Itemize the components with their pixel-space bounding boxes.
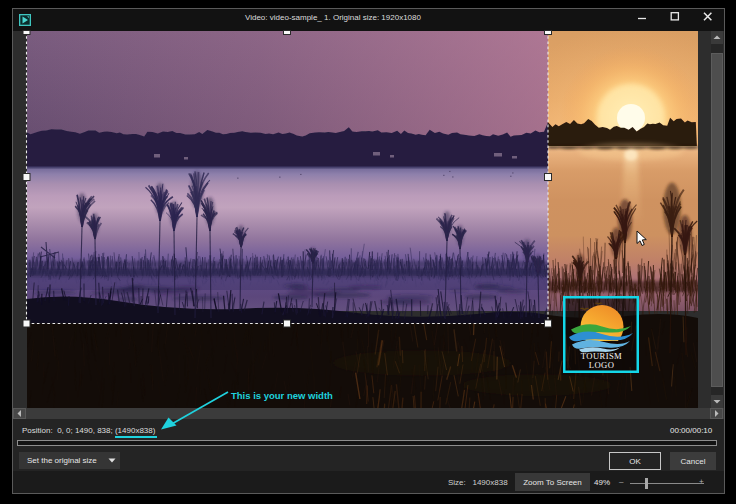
svg-text:TOURISM: TOURISM [581, 351, 622, 361]
svg-text:LOGO: LOGO [589, 360, 614, 370]
